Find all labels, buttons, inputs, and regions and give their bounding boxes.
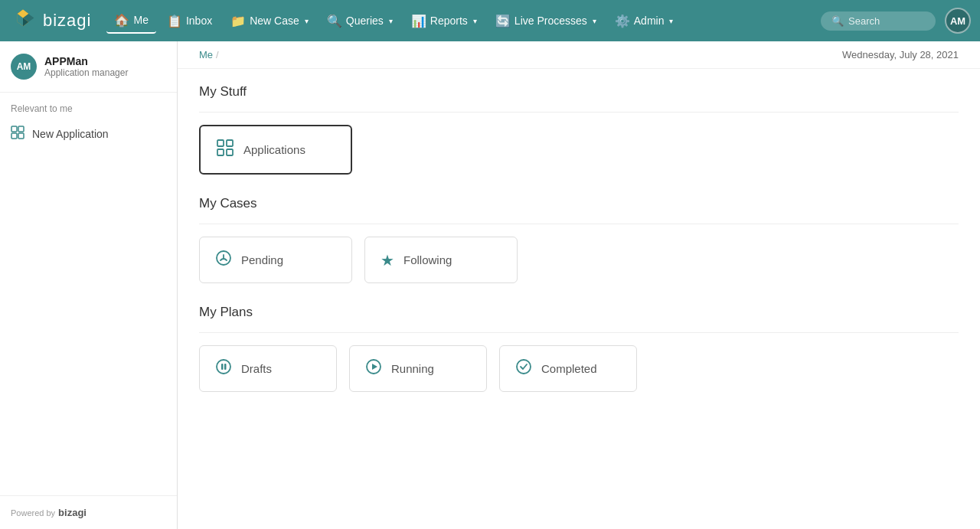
svg-rect-17 xyxy=(224,364,227,370)
svg-rect-16 xyxy=(221,364,224,370)
sidebar-footer-prefix: Powered by xyxy=(11,508,55,518)
svg-rect-12 xyxy=(217,149,224,155)
main-layout: AM APPMan Application manager Relevant t… xyxy=(0,41,980,529)
svg-rect-6 xyxy=(11,126,17,132)
nav-new-case[interactable]: 📁 New Case ▾ xyxy=(223,9,316,33)
svg-rect-10 xyxy=(217,140,224,146)
breadcrumb-me[interactable]: Me xyxy=(199,49,213,60)
applications-icon xyxy=(216,139,234,161)
breadcrumb-separator: / xyxy=(216,49,219,60)
user-avatar-button[interactable]: AM xyxy=(945,8,971,34)
sidebar-footer: Powered by bizagi xyxy=(0,495,177,529)
sidebar-username: APPMan xyxy=(44,55,128,67)
nav-admin[interactable]: ⚙️ Admin ▾ xyxy=(607,9,681,33)
nav-reports[interactable]: 📊 Reports ▾ xyxy=(403,9,485,33)
inbox-icon: 📋 xyxy=(167,14,182,28)
nav-queries-label: Queries xyxy=(346,15,384,27)
admin-icon: ⚙️ xyxy=(615,14,630,28)
nav-inbox[interactable]: 📋 Inbox xyxy=(159,9,220,33)
sidebar-item-new-application[interactable]: New Application xyxy=(0,119,177,149)
svg-rect-9 xyxy=(18,133,24,139)
page-content-area: My Stuff Applications xyxy=(178,69,980,429)
svg-rect-11 xyxy=(227,140,233,146)
sidebar-avatar: AM xyxy=(11,54,37,80)
main-content: Me / Wednesday, July 28, 2021 My Stuff xyxy=(178,41,980,529)
sidebar-footer-brand: bizagi xyxy=(58,507,87,518)
sidebar-section-label: Relevant to me xyxy=(0,93,177,119)
search-box[interactable]: 🔍 Search xyxy=(821,11,936,31)
my-plans-divider xyxy=(199,332,959,333)
my-stuff-cards: Applications xyxy=(199,125,959,175)
following-card[interactable]: ★ Following xyxy=(364,237,518,283)
pending-card[interactable]: Pending xyxy=(199,237,352,283)
admin-chevron-icon: ▾ xyxy=(669,17,673,25)
applications-label: Applications xyxy=(243,143,305,156)
queries-icon: 🔍 xyxy=(327,14,342,28)
nav-reports-label: Reports xyxy=(430,15,468,27)
svg-rect-13 xyxy=(227,149,233,155)
pending-label: Pending xyxy=(241,253,283,266)
applications-card[interactable]: Applications xyxy=(199,125,352,175)
svg-point-15 xyxy=(217,360,230,374)
sidebar-new-application-label: New Application xyxy=(32,128,109,140)
search-label: Search xyxy=(848,15,880,27)
following-label: Following xyxy=(403,253,452,266)
sidebar: AM APPMan Application manager Relevant t… xyxy=(0,41,178,529)
running-card[interactable]: Running xyxy=(349,345,487,392)
new-case-icon: 📁 xyxy=(230,14,246,28)
my-plans-section: My Plans Drafts xyxy=(199,305,959,392)
my-cases-title: My Cases xyxy=(199,196,959,211)
drafts-label: Drafts xyxy=(241,362,272,375)
drafts-icon xyxy=(215,358,232,379)
my-stuff-title: My Stuff xyxy=(199,84,959,100)
sidebar-user-details: APPMan Application manager xyxy=(44,55,128,78)
logo-text: bizagi xyxy=(43,11,91,31)
logo[interactable]: bizagi xyxy=(9,7,91,34)
sidebar-user-role: Application manager xyxy=(44,67,128,78)
search-icon: 🔍 xyxy=(831,15,844,27)
topnav: bizagi 🏠 Me 📋 Inbox 📁 New Case ▾ 🔍 Queri… xyxy=(0,0,980,41)
nav-live-processes[interactable]: 🔄 Live Processes ▾ xyxy=(488,9,604,33)
completed-label: Completed xyxy=(541,362,597,375)
my-cases-section: My Cases Pending ★ xyxy=(199,196,959,283)
my-cases-cards: Pending ★ Following xyxy=(199,237,959,283)
nav-queries[interactable]: 🔍 Queries ▾ xyxy=(319,9,400,33)
new-case-chevron-icon: ▾ xyxy=(305,17,309,25)
nav-new-case-label: New Case xyxy=(250,15,299,27)
running-label: Running xyxy=(391,362,434,375)
home-icon: 🏠 xyxy=(114,13,129,28)
nav-inbox-label: Inbox xyxy=(186,15,212,27)
nav-admin-label: Admin xyxy=(634,15,665,27)
my-stuff-divider xyxy=(199,112,959,113)
following-star-icon: ★ xyxy=(381,251,394,269)
live-processes-chevron-icon: ▾ xyxy=(593,17,596,25)
nav-live-processes-label: Live Processes xyxy=(514,15,587,27)
live-processes-icon: 🔄 xyxy=(495,14,511,28)
my-plans-title: My Plans xyxy=(199,305,959,320)
completed-icon xyxy=(515,358,532,379)
new-application-icon xyxy=(11,126,24,142)
pending-icon xyxy=(215,250,232,270)
my-stuff-section: My Stuff Applications xyxy=(199,84,959,175)
breadcrumb-bar: Me / Wednesday, July 28, 2021 xyxy=(178,41,980,69)
svg-rect-7 xyxy=(18,126,24,132)
nav-me[interactable]: 🏠 Me xyxy=(106,8,155,34)
drafts-card[interactable]: Drafts xyxy=(199,345,337,392)
completed-card[interactable]: Completed xyxy=(499,345,637,392)
reports-chevron-icon: ▾ xyxy=(473,17,477,25)
my-cases-divider xyxy=(199,224,959,224)
sidebar-user-info: AM APPMan Application manager xyxy=(0,41,177,93)
date-label: Wednesday, July 28, 2021 xyxy=(842,49,959,60)
queries-chevron-icon: ▾ xyxy=(389,17,393,25)
nav-me-label: Me xyxy=(133,14,148,26)
svg-point-20 xyxy=(517,360,531,374)
my-plans-cards: Drafts Running xyxy=(199,345,959,392)
svg-rect-8 xyxy=(11,133,17,139)
breadcrumb: Me / xyxy=(199,49,219,60)
avatar-initials: AM xyxy=(950,15,965,27)
running-icon xyxy=(365,358,382,379)
svg-marker-19 xyxy=(372,364,377,370)
reports-icon: 📊 xyxy=(411,14,426,28)
